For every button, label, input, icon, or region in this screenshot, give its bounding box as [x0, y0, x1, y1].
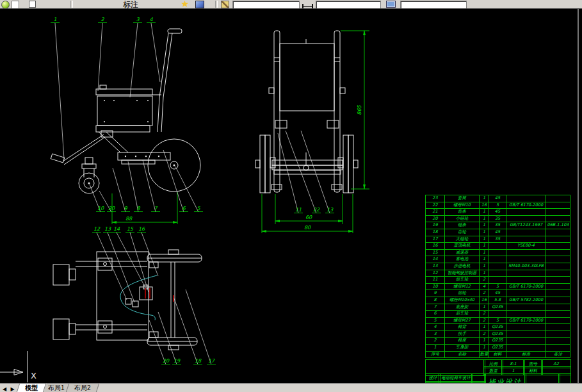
bom-cell	[546, 338, 570, 345]
bom-cell: 减速器	[445, 249, 480, 256]
bom-cell: 22	[426, 202, 445, 209]
bom-cell	[506, 270, 546, 277]
bom-cell	[489, 263, 506, 270]
bom-row: 14蓄电池1	[426, 256, 570, 263]
new-file-icon[interactable]	[12, 1, 19, 9]
bom-cell: 螺母M12	[445, 283, 480, 290]
bom-cell	[546, 311, 570, 318]
bom-row: 16直流电机1YSE80-4	[426, 243, 570, 250]
bom-row: 12智能驾驶控制器1	[426, 270, 570, 277]
bom-cell	[546, 263, 570, 270]
bom-cell: 1	[480, 304, 489, 311]
bom-cell	[546, 304, 570, 311]
bom-cell: 椅座	[445, 338, 480, 345]
bom-row: 1车身架1Q235	[426, 345, 570, 352]
callout-label: 17	[208, 358, 215, 364]
bom-cell: 35	[489, 215, 506, 222]
bom-cell	[546, 256, 570, 263]
bom-cell: SM40-003-30LFB	[506, 263, 546, 270]
sphere-icon[interactable]	[1, 1, 10, 9]
bom-cell: 1	[480, 229, 489, 236]
bom-cell: 45	[489, 290, 506, 297]
bom-cell: 14	[426, 256, 445, 263]
bom-cell	[506, 290, 546, 297]
callout-label: 8	[136, 206, 140, 211]
bom-cell	[506, 209, 546, 216]
bom-cell: 5	[489, 317, 506, 324]
bom-cell: 1	[480, 215, 489, 222]
table-style-combo[interactable]	[400, 1, 467, 9]
bom-cell: 蓄电池	[445, 256, 480, 263]
bom-cell: Q235	[489, 304, 506, 311]
bom-row: 7底座架1Q235	[426, 304, 570, 311]
bom-cell: Q235	[489, 331, 506, 338]
dimension-menu-label[interactable]: 标注	[123, 1, 138, 9]
table-style-icon[interactable]	[386, 1, 396, 8]
bom-cell	[489, 270, 506, 277]
bom-cell	[546, 209, 570, 216]
cube-icon[interactable]	[195, 1, 204, 8]
leader-line	[108, 233, 134, 302]
dim-style-icon[interactable]	[302, 4, 313, 9]
cad-application-window: 标注	[0, 0, 582, 392]
bom-cell: 2	[426, 338, 445, 345]
leader-line	[117, 233, 145, 288]
bom-cell	[489, 311, 506, 318]
dim-style-combo[interactable]	[316, 1, 381, 9]
bom-cell: 4	[480, 283, 489, 290]
toolbar-separator	[215, 1, 218, 8]
callout-label: 16	[138, 226, 145, 232]
bom-cell: Q235	[489, 338, 506, 345]
tab-model[interactable]: 模型	[16, 383, 46, 392]
bom-cell: 1	[480, 236, 489, 243]
ucs-icon: X	[0, 351, 36, 382]
bom-cell: GB/T 6170-2000	[506, 202, 546, 209]
bom-row: 2椅座1Q235	[426, 338, 570, 345]
style-combo[interactable]	[232, 1, 300, 9]
bom-cell	[546, 249, 570, 256]
bom-cell	[546, 345, 570, 352]
bom-cell: 大链轮	[445, 236, 480, 243]
bom-cell: 9	[426, 290, 445, 297]
bom-cell: 06B-1-103	[546, 222, 570, 229]
dim-front-outer: 80	[304, 225, 311, 231]
callout-label: 19	[174, 358, 181, 364]
leader-line	[175, 167, 198, 212]
bom-cell: 35	[489, 236, 506, 243]
bom-cell: 套筒	[445, 195, 480, 202]
callout-label: 15	[127, 226, 134, 232]
edit-style-icon[interactable]	[221, 1, 229, 8]
bom-cell: GB/T 6170-2000	[506, 283, 546, 290]
tab-layout1-label: 布局1	[48, 384, 65, 392]
dim-side-width: 88	[125, 216, 133, 222]
bom-cell	[489, 243, 506, 250]
bom-cell: 螺栓M10x40	[445, 297, 480, 304]
callout-label: 10	[97, 206, 104, 211]
bom-header-cell: 数量	[480, 351, 489, 358]
bom-cell: 前轮	[445, 290, 480, 297]
bom-cell: Q235	[489, 324, 506, 331]
bom-cell	[546, 243, 570, 250]
front-view	[255, 31, 358, 193]
bom-cell: 3	[426, 331, 445, 338]
callout-label: 4	[149, 17, 153, 22]
bom-cell: 2	[480, 277, 489, 284]
bom-cell: 21	[426, 209, 445, 216]
bom-cell: 1	[480, 345, 489, 352]
bom-header-cell: 序号	[426, 351, 445, 358]
tab-model-label: 模型	[25, 384, 38, 392]
toolbar-checkbox[interactable]	[29, 1, 36, 8]
bom-row: 8螺栓M10x40165.8GB/T 5782-2000	[426, 297, 570, 304]
leader-line	[158, 312, 177, 364]
bom-cell: 2	[480, 311, 489, 318]
bom-table: 23套筒14522螺母M10165GB/T 6170-200021齿条14520…	[425, 195, 570, 358]
leader-line	[143, 160, 156, 212]
bom-cell	[546, 324, 570, 331]
callout-label: 1	[53, 17, 56, 22]
star-icon[interactable]	[181, 1, 188, 7]
bom-cell: 35	[489, 222, 506, 229]
top-view	[53, 250, 202, 350]
tab-layout2[interactable]: 布局2	[66, 383, 99, 392]
bom-row: 5螺母M2725GB/T 6170-2000	[426, 317, 570, 324]
tab-nav-arrows[interactable]: ◀ ▶	[0, 386, 18, 392]
